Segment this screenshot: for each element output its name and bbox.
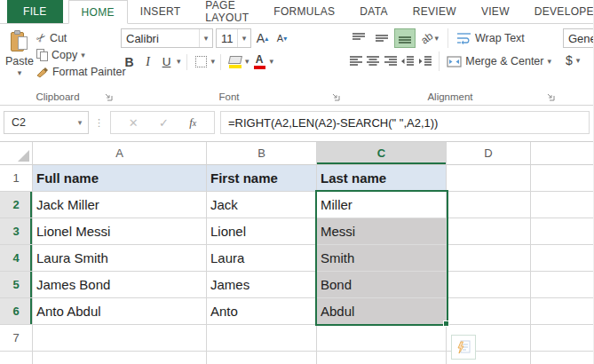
cell-filler[interactable] bbox=[531, 352, 594, 364]
top-align-button[interactable] bbox=[348, 28, 369, 48]
fill-color-dropdown-icon[interactable]: ▾ bbox=[245, 58, 249, 66]
paste-dropdown-icon[interactable]: ▾ bbox=[18, 69, 22, 77]
enter-icon[interactable]: ✓ bbox=[159, 116, 169, 130]
borders-dropdown-icon[interactable]: ▾ bbox=[211, 58, 216, 66]
cell-c2-active[interactable]: Miller bbox=[317, 192, 447, 218]
underline-button[interactable]: U bbox=[158, 52, 175, 71]
font-color-dropdown-icon[interactable]: ▾ bbox=[270, 58, 274, 66]
cell-c1[interactable]: Last name bbox=[317, 165, 447, 192]
cell-b6[interactable]: Anto bbox=[207, 298, 317, 325]
align-right-button[interactable] bbox=[383, 51, 399, 71]
cell-filler[interactable] bbox=[531, 165, 594, 192]
cell-d4[interactable] bbox=[447, 245, 531, 272]
align-center-button[interactable] bbox=[366, 51, 382, 71]
merge-center-dropdown-icon[interactable]: ▾ bbox=[547, 58, 551, 66]
cell-a4[interactable]: Laura Smith bbox=[33, 245, 207, 272]
merge-center-button[interactable]: Merge & Center ▾ bbox=[444, 54, 554, 68]
cell-b3[interactable]: Lionel bbox=[207, 218, 317, 245]
formula-input[interactable] bbox=[221, 116, 589, 130]
font-size-combo[interactable]: 11 ▾ bbox=[216, 28, 251, 48]
cell-c7[interactable] bbox=[317, 325, 447, 352]
cell-a1[interactable]: Full name bbox=[33, 165, 207, 192]
fill-color-button[interactable] bbox=[226, 52, 243, 71]
cell-c8[interactable] bbox=[317, 352, 447, 364]
cell-d5[interactable] bbox=[447, 272, 531, 298]
tab-developer[interactable]: DEVELOPER bbox=[522, 0, 594, 23]
cell-filler[interactable] bbox=[531, 218, 594, 245]
font-size-dropdown-icon[interactable]: ▾ bbox=[237, 29, 250, 47]
cell-b4[interactable]: Laura bbox=[207, 245, 317, 272]
increase-indent-button[interactable] bbox=[417, 51, 433, 71]
cell-filler[interactable] bbox=[531, 325, 594, 352]
cell-b8[interactable] bbox=[207, 352, 317, 364]
row-header-8[interactable] bbox=[0, 352, 33, 364]
row-header-4[interactable]: 4 bbox=[0, 245, 33, 272]
tab-review[interactable]: REVIEW bbox=[400, 0, 469, 23]
tab-insert[interactable]: INSERT bbox=[128, 0, 194, 23]
select-all-button[interactable] bbox=[0, 142, 33, 165]
cut-button[interactable]: ✂ Cut bbox=[34, 30, 129, 45]
insert-function-icon[interactable]: fx bbox=[189, 115, 196, 130]
tab-file[interactable]: FILE bbox=[7, 0, 63, 23]
clipboard-dialog-launcher-icon[interactable] bbox=[104, 92, 113, 101]
cell-d6[interactable] bbox=[447, 298, 531, 325]
cell-a5[interactable]: James Bond bbox=[33, 272, 207, 298]
wrap-text-button[interactable]: Wrap Text bbox=[454, 31, 527, 45]
quick-analysis-button[interactable] bbox=[451, 335, 476, 360]
cell-d3[interactable] bbox=[447, 218, 531, 245]
bold-button[interactable]: B bbox=[121, 52, 138, 71]
cell-a6[interactable]: Anto Abdul bbox=[33, 298, 207, 325]
tab-formulas[interactable]: FORMULAS bbox=[261, 0, 347, 23]
row-header-6[interactable]: 6 bbox=[0, 298, 33, 325]
accounting-format-button[interactable]: $ ▾ bbox=[563, 52, 594, 68]
format-painter-button[interactable]: Format Painter bbox=[34, 65, 129, 79]
increase-font-size-button[interactable]: A▴ bbox=[254, 29, 271, 48]
cell-filler[interactable] bbox=[531, 272, 594, 298]
italic-button[interactable]: I bbox=[139, 52, 156, 71]
cell-a7[interactable] bbox=[33, 325, 207, 352]
cell-filler[interactable] bbox=[531, 192, 594, 218]
copy-button[interactable]: Copy ▾ bbox=[34, 48, 129, 62]
decrease-font-size-button[interactable]: A▾ bbox=[273, 29, 290, 48]
paste-button[interactable]: Paste ▾ bbox=[5, 28, 34, 88]
column-header-b[interactable]: B bbox=[207, 142, 317, 165]
cell-a3[interactable]: Lionel Messi bbox=[33, 218, 207, 245]
column-header-d[interactable]: D bbox=[447, 142, 531, 165]
cell-b5[interactable]: James bbox=[207, 272, 317, 298]
name-box-dropdown-icon[interactable]: ▾ bbox=[72, 119, 88, 127]
cell-c5[interactable]: Bond bbox=[317, 272, 447, 298]
currency-dropdown-icon[interactable]: ▾ bbox=[576, 57, 581, 65]
cell-c6[interactable]: Abdul bbox=[317, 298, 447, 325]
cell-c3[interactable]: Messi bbox=[317, 218, 447, 245]
row-header-2[interactable]: 2 bbox=[0, 192, 33, 218]
copy-dropdown-icon[interactable]: ▾ bbox=[81, 51, 85, 59]
align-left-button[interactable] bbox=[348, 51, 364, 71]
cell-b2[interactable]: Jack bbox=[207, 192, 317, 218]
font-name-combo[interactable]: Calibri ▾ bbox=[121, 28, 213, 48]
tab-home[interactable]: HOME bbox=[68, 0, 128, 24]
number-format-combo[interactable]: General ▾ bbox=[563, 28, 594, 48]
decrease-indent-button[interactable] bbox=[400, 51, 416, 71]
font-color-button[interactable]: A bbox=[251, 52, 268, 71]
tab-page-layout[interactable]: PAGE LAYOUT bbox=[193, 0, 261, 23]
row-header-3[interactable]: 3 bbox=[0, 218, 33, 245]
fill-handle[interactable] bbox=[443, 320, 449, 327]
row-header-7[interactable]: 7 bbox=[0, 325, 33, 352]
orientation-button[interactable]: ab ▾ bbox=[417, 28, 442, 48]
borders-button[interactable] bbox=[193, 52, 210, 71]
tab-view[interactable]: VIEW bbox=[469, 0, 522, 23]
bottom-align-button[interactable] bbox=[394, 28, 416, 48]
cell-d2[interactable] bbox=[447, 192, 531, 218]
column-header-c[interactable]: C bbox=[317, 142, 447, 165]
font-dialog-launcher-icon[interactable] bbox=[331, 92, 340, 101]
cell-filler[interactable] bbox=[531, 245, 594, 272]
row-header-1[interactable]: 1 bbox=[0, 165, 33, 192]
name-box[interactable]: ▾ bbox=[4, 111, 89, 134]
cell-b1[interactable]: First name bbox=[207, 165, 317, 192]
cell-c4[interactable]: Smith bbox=[317, 245, 447, 272]
row-header-5[interactable]: 5 bbox=[0, 272, 33, 298]
cell-a2[interactable]: Jack Miller bbox=[33, 192, 207, 218]
cell-d1[interactable] bbox=[447, 165, 531, 192]
formula-bar-splitter[interactable]: ⋮ bbox=[94, 117, 105, 129]
underline-dropdown-icon[interactable]: ▾ bbox=[177, 58, 181, 66]
